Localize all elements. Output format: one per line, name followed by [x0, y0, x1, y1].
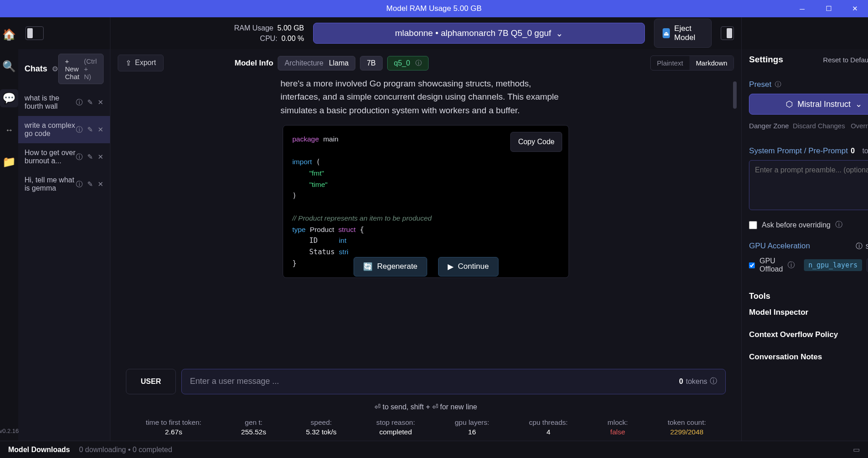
token-count: 0: [679, 377, 683, 386]
message-input[interactable]: [190, 377, 679, 386]
center-panel: RAM Usage 5.00 GB CPU: 0.00 % mlabonne •…: [110, 17, 741, 441]
new-chat-label: + New Chat: [65, 57, 80, 81]
refresh-icon: 🔄: [363, 262, 373, 272]
close-icon[interactable]: ✕: [98, 126, 104, 134]
downloads-label[interactable]: Model Downloads: [8, 446, 70, 454]
copy-code-button[interactable]: Copy Code: [510, 132, 562, 152]
regenerate-button[interactable]: 🔄Regenerate: [354, 257, 427, 277]
gpu-offload-label: GPU Offload: [759, 257, 783, 273]
gear-icon[interactable]: ⚙: [52, 65, 58, 73]
role-badge[interactable]: USER: [126, 369, 176, 394]
close-icon[interactable]: ✕: [98, 98, 104, 107]
danger-zone-label: Danger Zone: [749, 122, 789, 130]
export-icon: ⇪: [125, 59, 131, 67]
ram-value: 5.00 GB: [277, 24, 304, 32]
sysprompt-token-count: 0: [851, 147, 855, 155]
settings-panel: Settings Reset to Default Settings Prese…: [741, 17, 868, 441]
ask-before-override-label: Ask before overriding: [762, 221, 830, 229]
preset-selector[interactable]: ⬡ Mistral Instruct ⌄: [749, 94, 868, 115]
info-icon[interactable]: ⓘ: [76, 180, 83, 189]
chat-item[interactable]: what is the fourth wall ⓘ✎✕: [18, 89, 110, 116]
gpu-acceleration-label: GPU Acceleration: [749, 242, 810, 251]
ask-before-override-checkbox[interactable]: [749, 221, 757, 229]
maximize-button[interactable]: ☐: [815, 0, 842, 17]
chat-item[interactable]: How to get over burnout a... ⓘ✎✕: [18, 143, 110, 171]
home-icon[interactable]: 🏠: [0, 25, 18, 44]
override-preset-button[interactable]: Override Preset: [851, 122, 868, 130]
reset-defaults-button[interactable]: Reset to Default Settings: [823, 56, 868, 64]
export-button[interactable]: ⇪ Export: [118, 55, 164, 71]
preset-value: Mistral Instruct: [798, 100, 851, 109]
tool-conversation-notes[interactable]: Conversation Notes›: [749, 346, 868, 368]
discard-changes-button[interactable]: Discard Changes: [793, 122, 845, 130]
cpu-value: 0.00 %: [281, 35, 304, 42]
params-chip: 7B: [360, 56, 383, 70]
chats-sidebar: Chats ⚙ + New Chat (Ctrl + N) what is th…: [18, 17, 110, 441]
info-icon[interactable]: ⓘ: [76, 126, 83, 134]
tool-model-inspector[interactable]: Model Inspector›: [749, 301, 868, 323]
architecture-chip: ArchitectureLlama: [278, 56, 355, 70]
info-icon[interactable]: ⓘ: [76, 98, 83, 107]
model-name: mlabonne • alphamonarch 7B Q5_0 gguf: [395, 28, 551, 38]
info-icon[interactable]: ⓘ: [788, 261, 795, 270]
chat-item-title: what is the fourth wall: [25, 94, 76, 111]
chats-title: Chats: [25, 64, 47, 74]
info-icon[interactable]: ⓘ: [76, 153, 83, 161]
gpu-layers-tag: n_gpu_layers: [804, 259, 862, 271]
bottom-panel-toggle-icon[interactable]: ▭: [853, 445, 860, 454]
info-icon: ⓘ: [856, 242, 863, 251]
minimize-button[interactable]: ─: [789, 0, 815, 17]
chat-body: here's a more involved Go program showca…: [110, 77, 741, 364]
eject-icon: ⏏: [663, 28, 670, 38]
downloads-status: 0 downloading • 0 completed: [79, 446, 172, 454]
close-icon[interactable]: ✕: [98, 180, 104, 189]
assistant-message: here's a more involved Go program showca…: [280, 77, 571, 117]
resource-meter: RAM Usage 5.00 GB CPU: 0.00 %: [218, 23, 304, 44]
message-input-wrap: 0tokensⓘ: [181, 369, 726, 394]
info-icon[interactable]: ⓘ: [775, 81, 781, 89]
edit-icon[interactable]: ✎: [87, 180, 93, 189]
search-icon[interactable]: 🔍: [0, 57, 18, 75]
scrollbar[interactable]: [733, 81, 737, 109]
tools-heading: Tools: [749, 292, 868, 301]
chat-item[interactable]: Hi, tell me what is gemma ⓘ✎✕: [18, 171, 110, 198]
chat-item-title: write a complex go code: [25, 121, 76, 138]
edit-icon[interactable]: ✎: [87, 153, 93, 161]
edit-icon[interactable]: ✎: [87, 98, 93, 107]
close-icon[interactable]: ✕: [98, 153, 104, 161]
settings-panel-toggle[interactable]: [721, 26, 734, 40]
info-icon[interactable]: ⓘ: [835, 220, 843, 230]
quant-chip: q5_0ⓘ: [387, 56, 429, 70]
system-prompt-label: System Prompt / Pre-Prompt: [749, 146, 848, 156]
markdown-tab[interactable]: Markdown: [689, 56, 733, 70]
sidebar-toggle[interactable]: [25, 26, 44, 40]
edit-icon[interactable]: ✎: [87, 126, 93, 134]
render-mode-segment: Plaintext Markdown: [650, 55, 734, 70]
tool-context-overflow[interactable]: Context Overflow Policy›: [749, 323, 868, 346]
folder-icon[interactable]: 📁: [0, 153, 18, 171]
model-info-label: Model Info: [234, 59, 273, 68]
new-chat-button[interactable]: + New Chat (Ctrl + N): [58, 54, 104, 84]
export-label: Export: [135, 59, 156, 67]
cpu-label: CPU:: [260, 35, 277, 42]
new-chat-shortcut: (Ctrl + N): [84, 57, 97, 81]
gpu-offload-checkbox[interactable]: [749, 262, 755, 268]
eject-model-button[interactable]: ⏏ Eject Model: [654, 19, 711, 48]
preset-icon: ⬡: [786, 99, 793, 109]
info-icon[interactable]: ⓘ: [415, 59, 422, 67]
show-help-button[interactable]: ⓘShow Help: [856, 242, 868, 251]
close-button[interactable]: ✕: [842, 0, 868, 17]
titlebar: Model RAM Usage 5.00 GB ─ ☐ ✕: [0, 0, 868, 17]
model-selector[interactable]: mlabonne • alphamonarch 7B Q5_0 gguf ⌄: [313, 23, 645, 44]
window-controls: ─ ☐ ✕: [789, 0, 868, 17]
info-icon[interactable]: ⓘ: [710, 377, 717, 386]
chat-icon[interactable]: 💬: [0, 89, 18, 107]
preset-label: Presetⓘ: [749, 80, 868, 89]
chat-item[interactable]: write a complex go code ⓘ✎✕: [18, 116, 110, 143]
continue-button[interactable]: ▶Continue: [438, 257, 499, 277]
expand-icon[interactable]: ↔: [0, 121, 18, 139]
system-prompt-input[interactable]: [749, 160, 868, 210]
plaintext-tab[interactable]: Plaintext: [651, 56, 690, 70]
code-block: Copy Code package main import ( "fmt" "t…: [283, 125, 569, 278]
token-label: tokens: [686, 377, 707, 386]
